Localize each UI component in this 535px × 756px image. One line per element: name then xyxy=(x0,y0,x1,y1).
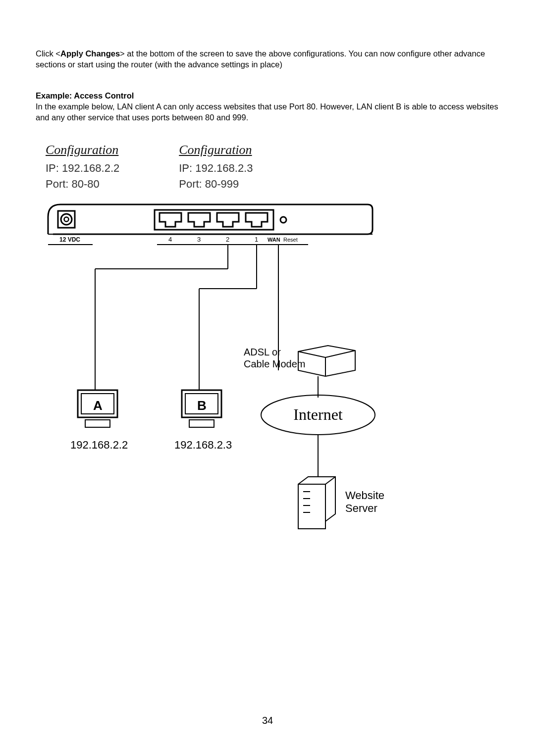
page-number: 34 xyxy=(262,715,273,726)
reset-label: Reset xyxy=(283,237,298,243)
port4-label: 4 xyxy=(168,236,172,243)
router-button-icon xyxy=(280,217,286,223)
config-b-ip: IP: 192.168.2.3 xyxy=(179,160,253,176)
client-a-ip: 192.168.2.2 xyxy=(70,439,128,451)
intro-paragraph: Click <Apply Changes> at the bottom of t… xyxy=(36,48,499,70)
server-label-1: Website xyxy=(345,489,384,502)
config-a-port: Port: 80-80 xyxy=(46,176,119,192)
example-heading: Example: Access Control xyxy=(36,91,134,100)
client-b-ip: 192.168.2.3 xyxy=(174,439,232,451)
config-b: Configuration IP: 192.168.2.3 Port: 80-9… xyxy=(179,143,253,192)
power-label: 12 VDC xyxy=(59,236,80,243)
config-b-title: Configuration xyxy=(179,143,253,157)
example-body: In the example below, LAN client A can o… xyxy=(36,102,498,122)
svg-line-24 xyxy=(325,477,335,484)
svg-point-3 xyxy=(64,217,69,222)
client-b-letter: B xyxy=(197,398,207,413)
client-a-icon: A xyxy=(78,390,117,427)
svg-rect-23 xyxy=(298,484,325,529)
svg-point-2 xyxy=(61,214,72,225)
intro-prefix: Click < xyxy=(36,49,60,58)
wan-label: WAN xyxy=(268,237,280,243)
config-a: Configuration IP: 192.168.2.2 Port: 80-8… xyxy=(46,143,119,192)
port1-label: 1 xyxy=(255,236,258,243)
server-label-2: Server xyxy=(345,502,377,514)
client-b-icon: B xyxy=(182,390,221,427)
lan-ports xyxy=(155,210,273,230)
network-diagram: 12 VDC 4 3 2 1 WAN Reset A xyxy=(46,202,499,558)
config-b-port: Port: 80-999 xyxy=(179,176,253,192)
svg-rect-14 xyxy=(85,420,110,427)
modem-label-1: ADSL or xyxy=(244,347,281,357)
client-a-letter: A xyxy=(93,398,103,413)
port3-label: 3 xyxy=(197,236,201,243)
server-icon xyxy=(298,477,335,529)
modem-icon xyxy=(298,346,355,376)
config-a-title: Configuration xyxy=(46,143,119,157)
configuration-row: Configuration IP: 192.168.2.2 Port: 80-8… xyxy=(46,143,499,192)
port2-label: 2 xyxy=(226,236,229,243)
internet-label: Internet xyxy=(293,405,343,423)
modem-label-2: Cable Modem xyxy=(244,358,306,369)
config-a-ip: IP: 192.168.2.2 xyxy=(46,160,119,176)
svg-rect-17 xyxy=(189,420,214,427)
apply-changes-label: Apply Changes xyxy=(60,49,120,58)
